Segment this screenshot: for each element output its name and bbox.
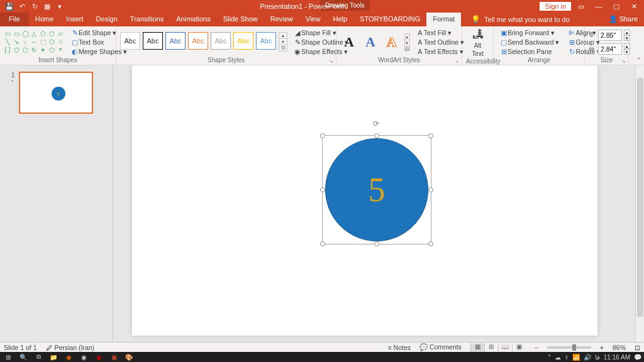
resize-handle[interactable] — [428, 187, 433, 192]
gallery-down-icon[interactable]: ▾ — [405, 40, 409, 47]
collapse-ribbon-icon[interactable]: ⌃ — [636, 57, 641, 63]
bluetooth-icon[interactable]: ᚼ — [565, 354, 569, 361]
shape-style-gallery[interactable]: Abc Abc Abc Abc Abc Abc Abc ▴ ▾ ⊟ — [120, 32, 287, 52]
tab-file[interactable]: File — [0, 13, 29, 26]
tab-slideshow[interactable]: Slide Show — [217, 13, 264, 26]
app-icon[interactable]: 🎨 — [123, 354, 135, 361]
style-item[interactable]: Abc — [143, 32, 163, 50]
style-item[interactable]: Abc — [120, 32, 140, 50]
slide-canvas-area[interactable]: 5 ⟳ — [113, 65, 644, 342]
notifications-icon[interactable]: 💬 — [634, 354, 641, 361]
tab-format[interactable]: Format — [426, 13, 461, 26]
ribbon-options-icon[interactable]: ▭ — [574, 3, 589, 11]
search-icon[interactable]: 🔍 — [18, 354, 29, 361]
resize-handle[interactable] — [374, 241, 379, 246]
shape-width-input[interactable] — [598, 43, 622, 55]
text-outline-button[interactable]: AText Outline ▾ — [414, 38, 467, 47]
shapes-gallery[interactable]: ▭▭◯△⬠⬡▱ ╲↘↓↔⬚⬠☆ { }⬡⬠↻✦⬠▾ — [4, 30, 65, 54]
notes-button[interactable]: ≡ Notes — [388, 344, 411, 351]
language-indicator[interactable]: 🖉 Persian (Iran) — [46, 344, 95, 351]
spinner-up-icon[interactable]: ▴ — [624, 43, 630, 49]
file-explorer-icon[interactable]: 📁 — [48, 354, 59, 361]
powerpoint-icon[interactable]: ▣ — [108, 354, 119, 361]
text-fill-button[interactable]: AText Fill ▾ — [414, 28, 467, 37]
tab-view[interactable]: View — [299, 13, 327, 26]
clock[interactable]: 11:16 AM — [604, 354, 630, 361]
rotation-handle-icon[interactable]: ⟳ — [373, 119, 379, 128]
share-button[interactable]: 👤 Share — [602, 13, 644, 26]
slide-thumbnail[interactable]: 5 — [19, 72, 93, 114]
resize-handle[interactable] — [320, 241, 325, 246]
slide-sorter-icon[interactable]: ⊞ — [484, 343, 498, 352]
selection-pane-button[interactable]: ⊞Selection Pane — [497, 47, 562, 56]
wordart-style[interactable]: A — [362, 34, 379, 50]
slideshow-view-icon[interactable]: ▣ — [512, 343, 526, 352]
gallery-more-icon[interactable]: ⊟ — [405, 47, 409, 52]
zoom-in-button[interactable]: + — [600, 344, 604, 351]
gallery-more-icon[interactable]: ⊟ — [279, 45, 287, 51]
sign-in-button[interactable]: Sign in — [540, 2, 571, 11]
shape-height-input[interactable] — [598, 30, 622, 41]
zoom-level[interactable]: 86% — [613, 344, 626, 351]
resize-handle[interactable] — [320, 187, 325, 192]
zoom-slider[interactable] — [547, 346, 591, 349]
style-item[interactable]: Abc — [256, 32, 276, 50]
resize-handle[interactable] — [320, 133, 325, 138]
reading-view-icon[interactable]: 📖 — [498, 343, 512, 352]
spinner-down-icon[interactable]: ▾ — [624, 35, 630, 41]
style-item[interactable]: Abc — [165, 32, 186, 50]
gallery-up-icon[interactable]: ▴ — [405, 34, 409, 40]
start-button-icon[interactable]: ⊞ — [3, 354, 14, 361]
resize-handle[interactable] — [428, 133, 433, 138]
tab-help[interactable]: Help — [326, 13, 353, 26]
spinner-up-icon[interactable]: ▴ — [624, 30, 630, 35]
firefox-icon[interactable]: ◉ — [63, 354, 74, 361]
tab-home[interactable]: Home — [29, 13, 60, 26]
tab-review[interactable]: Review — [264, 13, 299, 26]
style-item[interactable]: Abc — [233, 32, 253, 50]
qat-more-icon[interactable]: ▾ — [55, 3, 64, 11]
language-indicator[interactable]: فا — [595, 354, 600, 361]
spinner-down-icon[interactable]: ▾ — [624, 49, 630, 55]
tab-animations[interactable]: Animations — [170, 13, 216, 26]
wordart-style[interactable]: A — [383, 34, 401, 50]
close-button[interactable]: ✕ — [626, 3, 641, 11]
gallery-down-icon[interactable]: ▾ — [279, 39, 287, 45]
dialog-launcher-icon[interactable]: ↘ — [455, 58, 459, 64]
gallery-up-icon[interactable]: ▴ — [279, 33, 287, 39]
start-from-beginning-icon[interactable]: ▦ — [43, 3, 52, 11]
tab-design[interactable]: Design — [90, 13, 124, 26]
bring-forward-button[interactable]: ▣Bring Forward ▾ — [497, 28, 562, 37]
volume-icon[interactable]: 🔊 — [584, 354, 591, 361]
task-view-icon[interactable]: ⧉ — [33, 353, 44, 361]
slide-indicator[interactable]: Slide 1 of 1 — [4, 344, 37, 351]
chrome-icon[interactable]: ◉ — [78, 354, 89, 361]
text-effects-button[interactable]: AText Effects ▾ — [414, 47, 467, 56]
tab-transitions[interactable]: Transitions — [124, 13, 170, 26]
comments-button[interactable]: 💬 Comments — [419, 343, 462, 351]
redo-icon[interactable]: ↻ — [30, 3, 39, 11]
style-item[interactable]: Abc — [211, 32, 231, 50]
zoom-slider-knob[interactable] — [572, 344, 576, 351]
dialog-launcher-icon[interactable]: ↘ — [621, 58, 626, 64]
tab-storyboarding[interactable]: STORYBOARDING — [353, 13, 426, 26]
resize-handle[interactable] — [428, 241, 433, 246]
alt-text-button[interactable]: 🏞 Alt Text — [469, 28, 486, 57]
style-item[interactable]: Abc — [188, 32, 208, 50]
fit-to-window-icon[interactable]: ⊡ — [635, 344, 640, 351]
undo-icon[interactable]: ↶ — [18, 3, 26, 11]
app-icon[interactable]: ◉ — [93, 354, 104, 361]
shape-oval[interactable]: 5 — [325, 138, 428, 241]
zoom-out-button[interactable]: − — [535, 344, 538, 351]
onedrive-icon[interactable]: ☁ — [555, 354, 561, 361]
maximize-button[interactable]: ▢ — [609, 3, 624, 11]
scrollbar-thumb[interactable] — [637, 78, 643, 317]
resize-handle[interactable] — [374, 133, 379, 138]
tray-up-icon[interactable]: ˄ — [548, 354, 551, 361]
slide[interactable]: 5 ⟳ — [132, 65, 597, 336]
save-icon[interactable]: 💾 — [5, 3, 14, 11]
tell-me-search[interactable]: 💡 Tell me what you want to do — [461, 13, 570, 26]
wordart-style[interactable]: A — [340, 34, 358, 50]
network-icon[interactable]: 📶 — [572, 354, 580, 361]
minimize-button[interactable]: — — [591, 3, 606, 10]
